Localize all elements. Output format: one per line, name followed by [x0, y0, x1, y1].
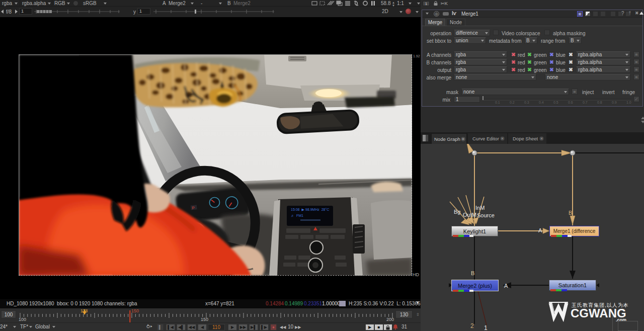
- svg-text:P: P: [192, 206, 195, 211]
- svg-text:♬ FM1: ♬ FM1: [291, 214, 303, 217]
- svg-text:15:08 ▶ 98.9MHz 28°C: 15:08 ▶ 98.9MHz 28°C: [291, 208, 329, 211]
